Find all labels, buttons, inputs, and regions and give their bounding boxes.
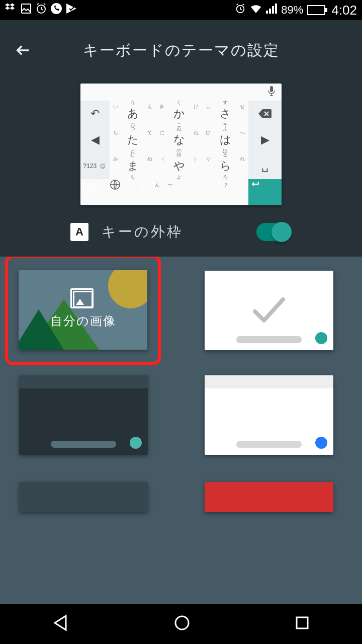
preview-key-ma: みめむまも [110,153,156,179]
svg-rect-7 [275,4,277,14]
svg-rect-5 [269,9,271,14]
nav-back-button[interactable] [52,614,70,634]
key-border-label: キーの外枠 [102,222,183,242]
preview-key-a: いえうあお [110,101,156,127]
preview-key-backspace [248,101,282,127]
clock-time: 4:02 [331,3,357,18]
preview-key-left: ◀ [80,127,110,153]
key-border-icon: A [70,223,88,241]
page-title: キーボードのテーマの設定 [34,40,328,61]
nav-bar [0,604,362,644]
status-bar: 89% 4:02 [0,0,362,20]
app-bar: キーボードのテーマの設定 [0,20,362,80]
key-border-toggle[interactable] [256,223,292,241]
preview-key-ka: きけくかこ [156,101,202,127]
keyboard-preview: ↶ いえうあお きけくかこ しせすさそ ◀ ちてつたと にねぬなの ひへふはほ … [80,84,282,205]
signal-icon [266,4,277,17]
preview-key-space: ␣ [248,153,282,179]
preview-key-enter [248,179,282,205]
key-border-setting: A キーの外枠 [0,209,362,257]
status-left-icons [5,3,78,18]
preview-suggestion-bar [80,84,282,101]
svg-rect-8 [270,86,273,92]
svg-point-10 [175,616,189,629]
preview-key-sa: しせすさそ [202,101,248,127]
preview-key-ya: （）ゆやよ [156,153,202,179]
preview-key-right: ▶ [248,127,282,153]
theme-dark-teal[interactable] [19,375,148,455]
keyboard-preview-container: ↶ いえうあお きけくかこ しせすさそ ◀ ちてつたと にねぬなの ひへふはほ … [0,80,362,209]
preview-key-ra: りれるらろ [202,153,248,179]
nav-recent-button[interactable] [294,615,310,633]
mic-icon [267,86,276,98]
theme-light-teal[interactable] [205,271,333,350]
preview-key-globe [110,179,139,205]
svg-rect-4 [266,11,268,14]
image-stack-icon [73,291,93,308]
dropbox-icon [5,3,17,18]
theme-my-image[interactable]: 自分の画像 [19,270,147,350]
preview-key-undo: ↶ [80,101,110,127]
phone-icon [50,3,62,18]
svg-rect-11 [297,617,308,628]
alarm-icon [35,3,47,18]
themes-area: 自分の画像 [0,257,362,604]
image-icon [20,3,32,18]
theme-dark-gray[interactable] [19,482,148,512]
theme-light-blue[interactable] [205,375,333,455]
theme-red[interactable] [205,482,333,512]
preview-key-wa: をーんわ〜 [139,179,215,205]
svg-rect-6 [272,6,274,14]
preview-key-mode: あa [80,179,110,205]
battery-icon [307,5,325,15]
alarm-status-icon [235,3,246,17]
play-check-icon [65,3,78,18]
nav-home-button[interactable] [173,614,191,634]
preview-key-num-emoji: ?123☺ [80,153,110,179]
back-button[interactable] [12,39,34,61]
preview-key-ta: ちてつたと [110,127,156,153]
preview-key-na: にねぬなの [156,127,202,153]
preview-key-punct: ！？、。 [215,179,248,205]
theme-my-image-highlight: 自分の画像 [5,257,161,365]
status-right: 89% 4:02 [235,3,357,18]
svg-rect-0 [22,4,31,13]
theme-my-image-label: 自分の画像 [50,313,116,329]
battery-percent: 89% [281,4,303,17]
preview-key-ha: ひへふはほ [202,127,248,153]
wifi-icon [250,3,262,17]
